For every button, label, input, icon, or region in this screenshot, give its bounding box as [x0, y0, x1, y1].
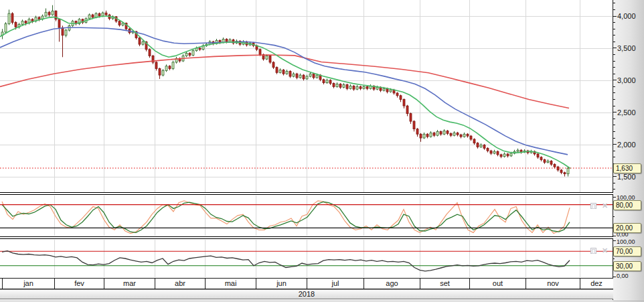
rsi-axis-max-label: 100,00 — [617, 238, 635, 246]
month-cell-jul[interactable]: jul — [307, 279, 364, 289]
month-cell-mai[interactable]: mai — [205, 279, 256, 289]
price-tick-label: 1,500 — [617, 173, 636, 181]
month-cell-nov[interactable]: nov — [526, 279, 580, 289]
month-cell-out[interactable]: out — [469, 279, 526, 289]
stoch-lower-band-tag: 20,00 — [613, 223, 641, 233]
month-cell-jan[interactable]: jan — [2, 279, 54, 289]
rsi-line — [2, 251, 570, 271]
stoch-close-icon[interactable]: ✕ — [602, 202, 608, 210]
trading-chart-window: 1,630 100,00 80,00 20,00 0,00 100,00 70,… — [0, 0, 644, 302]
rsi-close-icon[interactable]: ✕ — [602, 247, 608, 254]
month-cell-abr[interactable]: abr — [155, 279, 205, 289]
month-cell-ago[interactable]: ago — [364, 279, 420, 289]
month-cell-dez[interactable]: dez — [580, 279, 613, 289]
rsi-restore-icon[interactable] — [590, 248, 596, 254]
window-bottom-edge — [0, 301, 644, 301]
chart-canvas[interactable] — [0, 0, 644, 302]
candlestick-series — [1, 5, 569, 177]
month-axis[interactable]: janfevmarabrmaijunjulagosetoutnovdez — [0, 278, 613, 289]
panel-splitter-bottom[interactable] — [0, 236, 613, 239]
gridlines — [0, 0, 613, 277]
price-tick-label: 4,000 — [617, 12, 636, 20]
price-tick-label: 2,000 — [617, 141, 636, 149]
price-tick-label: 2,500 — [617, 108, 636, 117]
panel-splitter-top[interactable] — [0, 192, 613, 195]
month-cell-set[interactable]: set — [420, 279, 469, 289]
rsi-upper-band-tag: 70,00 — [613, 246, 641, 256]
rsi-axis-min-label: 0,00 — [617, 272, 629, 280]
ma-mid-line — [0, 27, 568, 155]
year-label: 2018 — [299, 290, 315, 298]
last-price-tag: 1,630 — [613, 163, 641, 173]
price-tick-label: 3,000 — [617, 76, 636, 84]
price-tick-label: 3,500 — [617, 44, 636, 52]
month-cell-jun[interactable]: jun — [256, 279, 307, 289]
rsi-lower-band-tag: 30,00 — [613, 261, 641, 271]
stoch-upper-band-tag: 80,00 — [613, 200, 641, 210]
month-cell-mar[interactable]: mar — [104, 279, 155, 289]
year-axis[interactable]: 2018 — [0, 289, 613, 299]
stoch-restore-icon[interactable] — [590, 203, 596, 209]
ma-long-line — [0, 55, 569, 108]
month-cell-fev[interactable]: fev — [54, 279, 104, 289]
